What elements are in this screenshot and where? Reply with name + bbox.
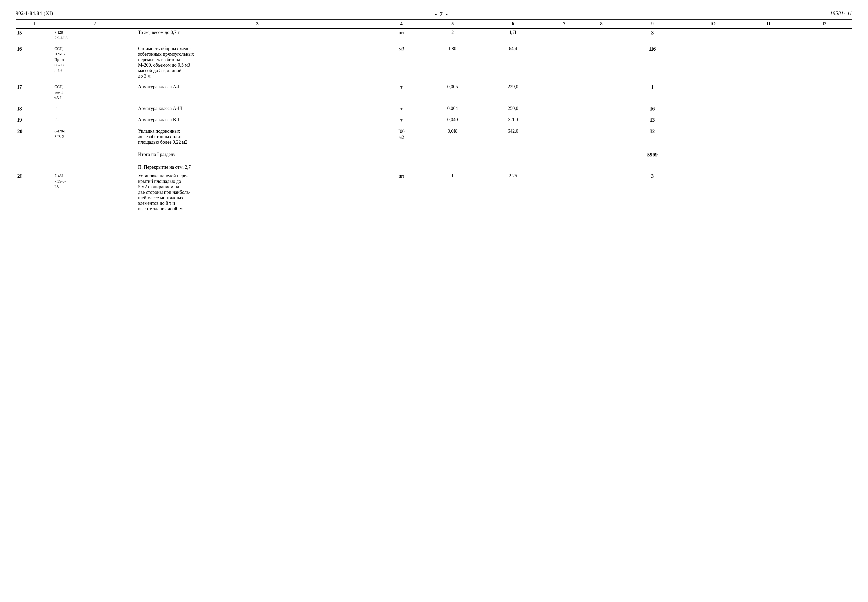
cell-col9: II6 [620, 45, 685, 80]
cell-col8 [583, 127, 620, 146]
cell-col4: т [378, 105, 425, 113]
cell-col9: I [620, 83, 685, 101]
main-table-container: I 2 3 4 5 6 7 8 9 IO II I2 I57-I287.9-I-… [16, 19, 852, 213]
doc-number: 902-I-84.84 (XI) [16, 11, 53, 16]
cell-col10 [685, 172, 741, 213]
cell-col8 [583, 83, 620, 101]
cell-col5: 0,005 [425, 83, 480, 101]
col-header-9: 9 [620, 19, 685, 29]
cell-col1: I6 [16, 45, 53, 80]
col-header-4: 4 [378, 19, 425, 29]
cell-col5 [425, 162, 480, 171]
cell-col1 [16, 162, 53, 171]
spacer-row [16, 146, 852, 149]
cell-col2: -"- [53, 116, 137, 124]
cell-col11 [741, 45, 796, 80]
cell-col12 [797, 83, 853, 101]
cell-col12 [797, 172, 853, 213]
cell-col9: 3 [620, 28, 685, 42]
cell-col7 [545, 149, 583, 159]
cell-col12 [797, 149, 853, 159]
cell-col6: 32I,0 [480, 116, 545, 124]
cell-col1: 20 [16, 127, 53, 146]
page-number: - 7 - [435, 11, 448, 17]
cell-col2 [53, 149, 137, 159]
cell-col8 [583, 116, 620, 124]
cell-col10 [685, 45, 741, 80]
cell-col12 [797, 127, 853, 146]
col-header-5: 5 [425, 19, 480, 29]
cell-col1: 2I [16, 172, 53, 213]
cell-col5: 0,0I8 [425, 127, 480, 146]
table-row: П. Перекрытие на отм. 2,7 [16, 162, 852, 171]
data-table: I 2 3 4 5 6 7 8 9 IO II I2 I57-I287.9-I-… [16, 19, 852, 213]
cell-col2: ССЦтом Iт.3-I [53, 83, 137, 101]
cell-col4: м3 [378, 45, 425, 80]
cell-col11 [741, 28, 796, 42]
doc-code: 19581- 11 [830, 11, 852, 16]
cell-col6: 642,0 [480, 127, 545, 146]
col-header-6: 6 [480, 19, 545, 29]
col-header-2: 2 [53, 19, 137, 29]
cell-col8 [583, 149, 620, 159]
cell-col7 [545, 45, 583, 80]
cell-col10 [685, 162, 741, 171]
table-row: 208-I78-I8.I8-2Укладка подоконныхжелезоб… [16, 127, 852, 146]
cell-col4 [378, 162, 425, 171]
cell-col6: I,7I [480, 28, 545, 42]
spacer-row [16, 101, 852, 105]
cell-col4 [378, 149, 425, 159]
cell-col5: I [425, 172, 480, 213]
cell-col11 [741, 116, 796, 124]
cell-col7 [545, 116, 583, 124]
cell-col3: Арматура класса А-III [137, 105, 378, 113]
table-row: I7ССЦтом Iт.3-IАрматура класса А-Iт0,005… [16, 83, 852, 101]
cell-col5: 2 [425, 28, 480, 42]
cell-col11 [741, 172, 796, 213]
cell-col5: 0,064 [425, 105, 480, 113]
cell-col3: Арматура класса В-I [137, 116, 378, 124]
cell-col2: ССЦП.9-92Пр-нт06-08п.7,6 [53, 45, 137, 80]
cell-col5: I,80 [425, 45, 480, 80]
table-row: Итого по I разделу5969 [16, 149, 852, 159]
cell-col9: I2 [620, 127, 685, 146]
cell-col10 [685, 149, 741, 159]
cell-col1 [16, 149, 53, 159]
cell-col4: т [378, 116, 425, 124]
cell-col8 [583, 172, 620, 213]
cell-col12 [797, 116, 853, 124]
cell-col3: Итого по I разделу [137, 149, 378, 159]
cell-col6 [480, 162, 545, 171]
cell-col10 [685, 127, 741, 146]
col-header-1: I [16, 19, 53, 29]
cell-col5 [425, 149, 480, 159]
col-header-10: IO [685, 19, 741, 29]
page-header: 902-I-84.84 (XI) - 7 - 19581- 11 [16, 11, 852, 17]
col-header-12: I2 [797, 19, 853, 29]
cell-col9: I6 [620, 105, 685, 113]
spacer-row [16, 124, 852, 127]
cell-col11 [741, 105, 796, 113]
col-header-7: 7 [545, 19, 583, 29]
cell-col3: Арматура класса А-I [137, 83, 378, 101]
cell-col12 [797, 45, 853, 80]
cell-col8 [583, 28, 620, 42]
table-row: I8-"-Арматура класса А-IIIт0,064250,0I6 [16, 105, 852, 113]
cell-col3: Стоимость оборных желе-зобетонных прямоу… [137, 45, 378, 80]
cell-col7 [545, 105, 583, 113]
cell-col7 [545, 162, 583, 171]
cell-col7 [545, 28, 583, 42]
cell-col9: 3 [620, 172, 685, 213]
cell-col10 [685, 105, 741, 113]
table-row: I9-"-Арматура класса В-Iт0,04032I,0I3 [16, 116, 852, 124]
cell-col3: Установка панелей пере-крытий площадью д… [137, 172, 378, 213]
cell-col4: т [378, 83, 425, 101]
cell-col12 [797, 162, 853, 171]
spacer-row [16, 42, 852, 45]
cell-col7 [545, 172, 583, 213]
spacer-row [16, 159, 852, 162]
column-headers: I 2 3 4 5 6 7 8 9 IO II I2 [16, 19, 852, 29]
cell-col2: 8-I78-I8.I8-2 [53, 127, 137, 146]
cell-col3: Укладка подоконныхжелезобетонных плитпло… [137, 127, 378, 146]
cell-col5: 0,040 [425, 116, 480, 124]
